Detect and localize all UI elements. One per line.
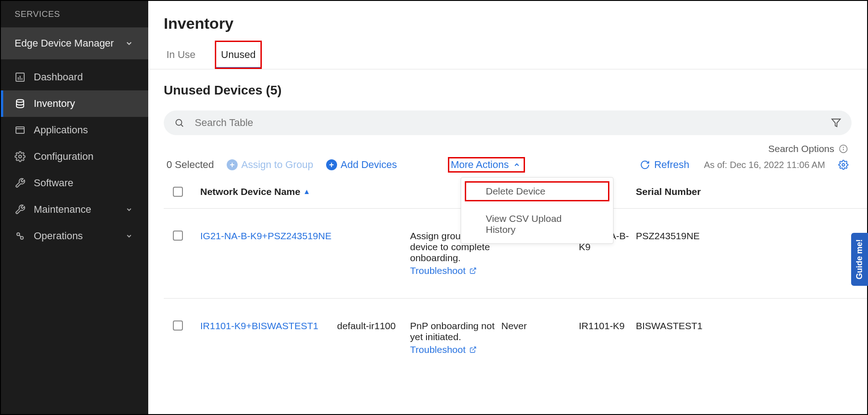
sidebar-item-software[interactable]: Software [1, 170, 148, 196]
filter-icon[interactable] [831, 117, 842, 128]
select-all-checkbox[interactable] [173, 187, 183, 197]
row-checkbox[interactable] [173, 320, 183, 331]
svg-point-8 [17, 233, 20, 236]
plus-icon: + [227, 159, 238, 170]
column-header-name[interactable]: Network Device Name ▲ [200, 186, 337, 197]
sidebar-item-inventory[interactable]: Inventory [1, 90, 148, 117]
refresh-label: Refresh [654, 159, 689, 171]
sidebar-item-operations[interactable]: Operations [1, 223, 148, 249]
svg-point-16 [842, 163, 845, 166]
config-cell: default-ir1100 [337, 320, 410, 331]
guide-me-tab[interactable]: Guide me! [851, 233, 867, 286]
sidebar: SERVICES Edge Device Manager Dashboard I… [1, 1, 148, 414]
refresh-icon [639, 159, 650, 170]
svg-point-10 [176, 120, 182, 126]
chevron-down-icon [124, 231, 135, 242]
troubleshoot-link[interactable]: Troubleshoot [410, 344, 478, 355]
sidebar-item-label: Dashboard [34, 71, 83, 83]
sidebar-item-applications[interactable]: Applications [1, 117, 148, 143]
chevron-down-icon [124, 204, 135, 215]
more-actions-menu: Delete Device View CSV Upload History [461, 177, 613, 244]
onboard-status: PnP onboarding not yet initiated. [410, 320, 501, 342]
serial-cell: BISWASTEST1 [636, 320, 864, 331]
search-options-label: Search Options [768, 143, 834, 154]
services-label: SERVICES [1, 1, 148, 27]
sort-asc-icon: ▲ [303, 188, 310, 196]
serial-cell: PSZ243519NE [636, 231, 864, 242]
more-label: More Actions [451, 159, 509, 171]
sidebar-item-dashboard[interactable]: Dashboard [1, 64, 148, 90]
add-devices-button[interactable]: + Add Devices [326, 159, 397, 171]
maintenance-icon [15, 204, 26, 215]
assign-label: Assign to Group [241, 159, 313, 171]
refresh-button[interactable]: Refresh [639, 159, 689, 171]
sidebar-item-label: Software [34, 177, 73, 189]
service-dropdown[interactable]: Edge Device Manager [1, 27, 148, 59]
svg-point-9 [21, 236, 23, 239]
row-checkbox[interactable] [173, 231, 183, 241]
sidebar-item-label: Configuration [34, 151, 94, 163]
toolbar: 0 Selected + Assign to Group + Add Devic… [148, 154, 867, 175]
svg-point-7 [19, 155, 21, 158]
selected-count: 0 Selected [166, 159, 214, 171]
main-content: Inventory In Use Unused Unused Devices (… [148, 1, 867, 414]
plus-icon: + [326, 159, 337, 170]
chevron-down-icon [124, 38, 135, 49]
search-options[interactable]: Search Options [148, 143, 849, 154]
external-link-icon [468, 344, 478, 355]
lastheard-cell: Never [501, 320, 579, 331]
add-label: Add Devices [341, 159, 397, 171]
svg-line-11 [181, 125, 183, 127]
device-name-link[interactable]: IG21-NA-B-K9+PSZ243519NE [200, 231, 332, 241]
gear-icon[interactable] [838, 159, 849, 170]
column-header-serial[interactable]: Serial Number [636, 186, 864, 197]
operations-icon [15, 231, 26, 242]
search-input[interactable] [195, 117, 831, 129]
applications-icon [15, 125, 26, 136]
configuration-icon [15, 151, 26, 162]
troubleshoot-link[interactable]: Troubleshoot [410, 265, 478, 276]
svg-point-15 [843, 147, 844, 147]
nav-list: Dashboard Inventory Applications Configu… [1, 59, 148, 249]
assign-to-group-button: + Assign to Group [227, 159, 313, 171]
search-icon [174, 117, 185, 128]
svg-point-4 [16, 100, 24, 102]
info-icon [838, 143, 849, 154]
asof-label: As of: Dec 16, 2022 11:06 AM [704, 160, 825, 170]
sidebar-item-label: Maintenance [34, 204, 91, 215]
search-bar[interactable] [164, 110, 852, 135]
chevron-up-icon [511, 159, 522, 170]
sidebar-item-label: Inventory [34, 98, 75, 110]
dashboard-icon [15, 72, 26, 83]
service-dropdown-label: Edge Device Manager [15, 37, 114, 49]
inventory-icon [15, 98, 26, 109]
menu-item-view-csv-history[interactable]: View CSV Upload History [461, 205, 613, 243]
more-actions-button[interactable]: More Actions [450, 159, 523, 171]
tab-unused[interactable]: Unused [215, 41, 262, 69]
tab-in-use[interactable]: In Use [164, 41, 198, 69]
section-heading: Unused Devices (5) [148, 69, 867, 98]
sidebar-item-label: Operations [34, 230, 83, 242]
svg-rect-5 [16, 127, 24, 133]
menu-item-delete-device[interactable]: Delete Device [461, 178, 613, 205]
model-cell: IR1101-K9 [579, 320, 636, 331]
sidebar-item-configuration[interactable]: Configuration [1, 143, 148, 170]
page-title: Inventory [148, 1, 867, 41]
sidebar-item-label: Applications [34, 124, 88, 136]
device-name-link[interactable]: IR1101-K9+BISWASTEST1 [200, 320, 318, 331]
software-icon [15, 178, 26, 189]
svg-line-18 [472, 347, 475, 350]
svg-marker-12 [832, 119, 840, 127]
sidebar-item-maintenance[interactable]: Maintenance [1, 196, 148, 223]
svg-line-17 [472, 268, 475, 271]
table-row: IR1101-K9+BISWASTEST1 default-ir1100 PnP… [164, 299, 867, 355]
tabs: In Use Unused [148, 41, 867, 69]
external-link-icon [468, 265, 478, 276]
